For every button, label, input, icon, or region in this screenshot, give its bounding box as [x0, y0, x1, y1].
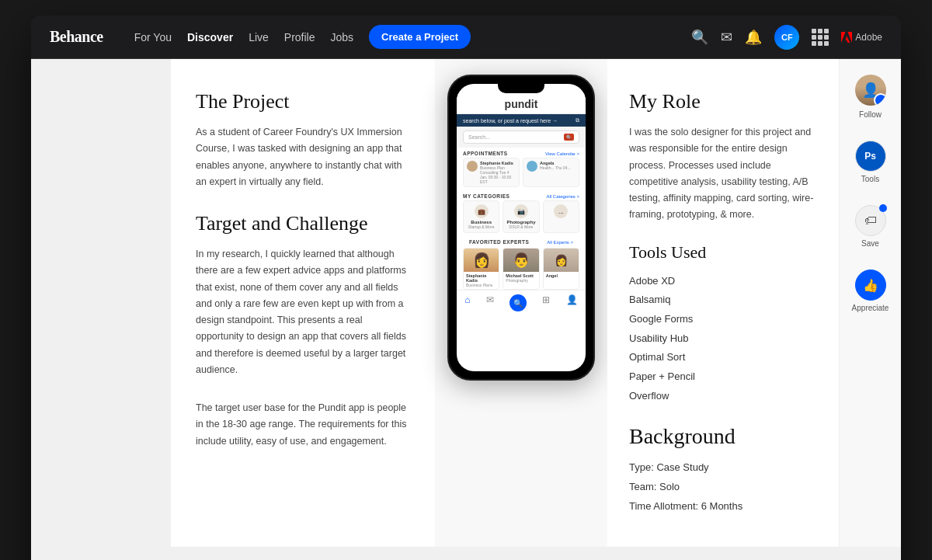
save-icon[interactable]: 🏷: [855, 205, 886, 236]
main-content: The Project As a student of Career Found…: [31, 59, 901, 547]
appreciate-icon[interactable]: 👍: [855, 270, 886, 301]
follow-label[interactable]: Follow: [859, 110, 882, 119]
bell-icon[interactable]: 🔔: [745, 29, 762, 46]
target-title: Target and Challenge: [196, 212, 410, 235]
category-card-extra[interactable]: ...: [543, 200, 579, 233]
photography-icon: 📷: [514, 204, 528, 218]
nav-link-live[interactable]: Live: [249, 31, 269, 43]
browser-window: Behance For You Discover Live Profile Jo…: [31, 16, 901, 560]
appt-info-1: Stephanie Kadis Business Plan Consulting…: [480, 161, 516, 184]
tool-item-5: Paper + Pencil: [629, 367, 817, 387]
expert-info-2: Michael Scott Photography: [503, 272, 538, 284]
my-role-body: I was the solo designer for this project…: [629, 124, 817, 224]
banner-icon: ⧉: [576, 117, 579, 123]
app-search-area: Search... 🔍: [457, 127, 586, 148]
tools-label: Tools: [861, 175, 879, 183]
categories-header: MY CATEGORIES All Categories >: [457, 190, 586, 200]
appt-avatar-1: [467, 161, 478, 172]
project-title: The Project: [196, 90, 410, 113]
nav-link-discover[interactable]: Discover: [187, 31, 233, 43]
bottom-teaser-text: Pundit A...: [31, 547, 901, 560]
appointment-card-2: Angela Health... Thu 04...: [523, 158, 579, 187]
nav-link-jobs[interactable]: Jobs: [331, 31, 354, 43]
right-sidebar: 👤 Follow Ps Tools 🏷: [839, 59, 901, 547]
appt-avatar-2: [527, 161, 537, 172]
user-avatar[interactable]: CF: [774, 25, 799, 50]
avatar-face: 👤: [855, 75, 886, 106]
photoshop-icon[interactable]: Ps: [855, 141, 886, 172]
phone-mail-icon[interactable]: ✉: [486, 294, 494, 311]
appointments-label: APPOINTMENTS: [463, 151, 508, 156]
tools-title: Tools Used: [629, 242, 817, 263]
nav-link-for-you[interactable]: For You: [134, 31, 172, 43]
project-body-2: In my research, I quickly learned that a…: [196, 246, 410, 378]
category-card-photography[interactable]: 📷 Photography DSLR & More: [503, 200, 539, 233]
all-categories-link[interactable]: All Categories >: [546, 194, 579, 199]
extra-cat-icon: ...: [554, 204, 568, 218]
background-info: Type: Case Study Team: Solo Time Allotme…: [629, 458, 817, 516]
phone-person-icon[interactable]: 👤: [566, 294, 578, 311]
nav-links: For You Discover Live Profile Jobs Creat…: [134, 25, 673, 49]
project-body-3: The target user base for the Pundit app …: [196, 400, 410, 450]
app-banner: search below, or post a request here → ⧉: [457, 114, 586, 127]
phone-grid-icon[interactable]: ⊞: [542, 294, 550, 311]
appointments-list: Stephanie Kadis Business Plan Consulting…: [457, 158, 586, 190]
banner-text: search below, or post a request here →: [463, 118, 558, 123]
info-column: My Role I was the solo designer for this…: [607, 59, 839, 547]
nav-icons: 🔍 ✉ 🔔 CF Adobe: [691, 25, 882, 50]
expert-field-2: Photography: [506, 278, 536, 283]
appointments-header: APPOINTMENTS View Calendar >: [457, 148, 586, 158]
expert-photo-3: 👩: [544, 249, 579, 272]
nav-link-profile[interactable]: Profile: [284, 31, 315, 43]
tool-item-2: Google Forms: [629, 310, 817, 329]
category-card-business[interactable]: 💼 Business Startup & More: [463, 200, 499, 233]
phone-screen: pundit search below, or post a request h…: [457, 84, 586, 371]
project-body-1: As a student of Career Foundry's UX Imme…: [196, 124, 410, 190]
create-project-button[interactable]: Create a Project: [369, 25, 471, 49]
search-submit-icon[interactable]: 🔍: [564, 134, 574, 141]
my-role-title: My Role: [629, 90, 817, 113]
business-icon: 💼: [475, 204, 489, 218]
tools-list: Adobe XD Balsamiq Google Forms Usability…: [629, 272, 817, 406]
appreciate-action: 👍 Appreciate: [852, 270, 889, 312]
search-placeholder: Search...: [468, 134, 490, 140]
tool-item-4: Optimal Sort: [629, 348, 817, 367]
expert-name-1: Stephanie Kadis: [466, 273, 496, 283]
expert-card-3[interactable]: 👩 Angel: [543, 248, 579, 290]
expert-card-2[interactable]: 👨 Michael Scott Photography: [503, 248, 539, 290]
navbar: Behance For You Discover Live Profile Jo…: [31, 16, 901, 59]
background-team: Team: Solo: [629, 478, 817, 497]
content-area: The Project As a student of Career Found…: [171, 59, 901, 547]
save-label: Save: [861, 239, 879, 248]
app-search-bar[interactable]: Search... 🔍: [463, 130, 579, 144]
follow-action: 👤 Follow: [855, 75, 886, 119]
categories-label: MY CATEGORIES: [463, 193, 509, 199]
expert-name-3: Angel: [546, 273, 576, 278]
phone-bottom-nav: ⌂ ✉ 🔍 ⊞ 👤: [457, 290, 586, 315]
cat-sub-2: DSLR & More: [506, 224, 535, 229]
tool-item-0: Adobe XD: [629, 272, 817, 291]
mail-icon[interactable]: ✉: [721, 29, 732, 46]
appt-info-2: Angela Health... Thu 04...: [540, 161, 571, 170]
experts-section: FAVORITED EXPERTS All Experts > 👩 Steph: [457, 236, 586, 290]
apps-grid-icon[interactable]: [812, 29, 829, 46]
cat-sub-1: Startup & More: [467, 224, 496, 229]
adobe-logo: Adobe: [841, 32, 882, 43]
appt-sub-1: Business Plan Consulting Tue 4 Jan, 09:3…: [480, 165, 516, 184]
phone-home-icon[interactable]: ⌂: [464, 294, 470, 311]
experts-grid: 👩 Stephanie Kadis Business Plans: [463, 248, 579, 290]
appt-sub-2: Health... Thu 04...: [540, 165, 571, 170]
appreciate-label: Appreciate: [852, 304, 889, 312]
tools-action: Ps Tools: [855, 141, 886, 183]
phone-mockup: pundit search below, or post a request h…: [447, 75, 595, 381]
all-experts-link[interactable]: All Experts >: [547, 240, 573, 245]
expert-card-1[interactable]: 👩 Stephanie Kadis Business Plans: [463, 248, 499, 290]
experts-label: FAVORITED EXPERTS: [469, 239, 529, 245]
tool-item-1: Balsamiq: [629, 290, 817, 310]
save-action: 🏷 Save: [855, 205, 886, 248]
phone-search-circle-icon[interactable]: 🔍: [509, 294, 527, 311]
view-calendar-link[interactable]: View Calendar >: [545, 151, 579, 156]
logo[interactable]: Behance: [50, 28, 103, 46]
search-icon[interactable]: 🔍: [691, 29, 708, 46]
expert-photo-1: 👩: [464, 249, 499, 272]
